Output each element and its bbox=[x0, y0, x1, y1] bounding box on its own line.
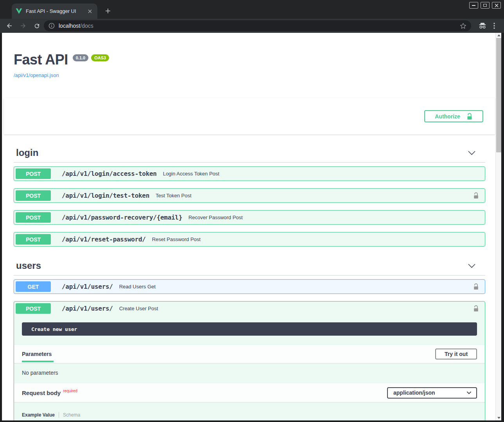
tab-strip: Fast API - Swagger UI bbox=[0, 0, 504, 19]
window-controls bbox=[469, 2, 501, 9]
method-badge: POST bbox=[16, 234, 51, 245]
new-tab-button[interactable] bbox=[103, 6, 113, 16]
try-it-out-button[interactable]: Try it out bbox=[435, 349, 477, 359]
endpoint-path: /api/v1/login/test-token bbox=[62, 192, 149, 199]
endpoint-row-read-users[interactable]: GET /api/v1/users/ Read Users Get bbox=[14, 279, 485, 294]
content-type-value: application/json bbox=[393, 390, 435, 396]
authorize-button-label: Authorize bbox=[435, 113, 460, 120]
endpoint-summary: Login Access Token Post bbox=[163, 171, 219, 177]
endpoint-path: /api/v1/password-recovery/{email} bbox=[62, 214, 182, 221]
swagger-favicon-icon bbox=[16, 8, 22, 14]
scrollbar-up-arrow[interactable] bbox=[496, 33, 501, 38]
oas3-badge: OAS3 bbox=[91, 54, 109, 61]
browser-window: Fast API - Swagger UI bbox=[0, 0, 504, 422]
minimize-button[interactable] bbox=[469, 2, 478, 9]
section-header-login[interactable]: login bbox=[14, 144, 485, 163]
endpoint-summary-bar[interactable]: POST /api/v1/users/ Create User Post bbox=[14, 302, 485, 315]
request-body-label: Request body bbox=[22, 390, 61, 396]
endpoint-summary: Reset Password Post bbox=[152, 236, 201, 242]
endpoint-summary: Test Token Post bbox=[156, 193, 192, 198]
endpoint-path: /api/v1/login/access-token bbox=[62, 170, 157, 177]
required-label: required bbox=[63, 389, 77, 393]
endpoint-path: /api/v1/users/ bbox=[62, 283, 113, 290]
method-badge: POST bbox=[16, 168, 51, 179]
endpoint-path: /api/v1/users/ bbox=[62, 305, 113, 312]
address-bar[interactable]: localhost/docs bbox=[44, 20, 471, 31]
select-chevron-icon bbox=[466, 391, 472, 394]
openapi-spec-link[interactable]: /api/v1/openapi.json bbox=[14, 72, 59, 78]
content-type-select[interactable]: application/json bbox=[387, 387, 477, 399]
browser-toolbar: localhost/docs bbox=[0, 19, 504, 33]
browser-tab[interactable]: Fast API - Swagger UI bbox=[12, 4, 97, 19]
url-text[interactable]: localhost/docs bbox=[59, 23, 459, 29]
chevron-down-icon[interactable] bbox=[468, 263, 476, 268]
parameters-header: Parameters Try it out bbox=[14, 345, 485, 363]
parameters-label: Parameters bbox=[22, 351, 52, 357]
reload-button[interactable] bbox=[32, 21, 41, 30]
page-viewport: Fast API 0.1.0 OAS3 /api/v1/openapi.json… bbox=[2, 33, 501, 420]
endpoint-description: Create new user bbox=[22, 322, 477, 336]
auth-lock-icon[interactable] bbox=[472, 283, 480, 291]
site-info-icon[interactable] bbox=[48, 23, 55, 29]
method-badge: POST bbox=[16, 212, 51, 223]
scrollbar-thumb[interactable] bbox=[496, 38, 501, 152]
forward-button[interactable] bbox=[18, 21, 28, 30]
chevron-down-icon[interactable] bbox=[468, 150, 476, 156]
url-host: localhost bbox=[59, 23, 80, 29]
endpoint-path: /api/v1/reset-password/ bbox=[62, 236, 146, 243]
endpoint-summary: Recover Password Post bbox=[188, 215, 243, 220]
back-button[interactable] bbox=[5, 21, 14, 30]
page-title: Fast API bbox=[14, 52, 68, 68]
url-path: /docs bbox=[80, 23, 93, 29]
unlock-icon bbox=[466, 113, 473, 120]
endpoint-summary: Read Users Get bbox=[119, 284, 156, 290]
tab-example-value[interactable]: Example Value bbox=[22, 412, 59, 418]
tab-title: Fast API - Swagger UI bbox=[26, 8, 86, 14]
method-badge: GET bbox=[16, 281, 51, 292]
minimize-icon bbox=[472, 5, 475, 6]
tab-close-icon[interactable] bbox=[86, 8, 93, 15]
scrollbar-down-arrow[interactable] bbox=[496, 415, 501, 420]
endpoint-summary: Create User Post bbox=[119, 306, 158, 311]
close-button[interactable] bbox=[492, 2, 501, 9]
endpoint-row-reset-password[interactable]: POST /api/v1/reset-password/ Reset Passw… bbox=[14, 232, 485, 247]
endpoint-description-text: Create new user bbox=[31, 326, 77, 332]
swagger-page: Fast API 0.1.0 OAS3 /api/v1/openapi.json… bbox=[2, 33, 495, 420]
maximize-button[interactable] bbox=[481, 2, 490, 9]
auth-lock-icon[interactable] bbox=[472, 191, 480, 200]
page-scrollbar[interactable] bbox=[495, 33, 501, 420]
incognito-icon bbox=[478, 21, 487, 30]
authorize-button[interactable]: Authorize bbox=[424, 110, 483, 122]
browser-menu-icon[interactable] bbox=[490, 21, 499, 30]
section-header-users[interactable]: users bbox=[14, 257, 485, 275]
request-body-header: Request body required application/json bbox=[14, 383, 485, 402]
scheme-container: Authorize bbox=[4, 98, 495, 134]
method-badge: POST bbox=[16, 190, 51, 201]
version-badge: 0.1.0 bbox=[73, 54, 88, 61]
endpoint-row-login-access-token[interactable]: POST /api/v1/login/access-token Login Ac… bbox=[14, 166, 485, 181]
auth-lock-icon[interactable] bbox=[472, 304, 480, 313]
close-icon bbox=[495, 4, 499, 7]
no-parameters-text: No parameters bbox=[14, 363, 485, 383]
bookmark-star-icon[interactable] bbox=[459, 21, 467, 30]
endpoint-row-password-recovery[interactable]: POST /api/v1/password-recovery/{email} R… bbox=[14, 210, 485, 225]
endpoint-row-create-user-expanded: POST /api/v1/users/ Create User Post Cre… bbox=[14, 301, 485, 420]
section-title: users bbox=[14, 260, 41, 271]
method-badge: POST bbox=[16, 303, 51, 314]
tab-schema[interactable]: Schema bbox=[59, 412, 80, 418]
model-example: Example Value Schema { bbox=[14, 402, 485, 420]
endpoint-row-login-test-token[interactable]: POST /api/v1/login/test-token Test Token… bbox=[14, 188, 485, 203]
maximize-icon bbox=[483, 4, 487, 7]
tab-parameters: Parameters bbox=[22, 345, 52, 363]
active-tab-underline bbox=[22, 361, 54, 362]
section-title: login bbox=[14, 147, 38, 158]
